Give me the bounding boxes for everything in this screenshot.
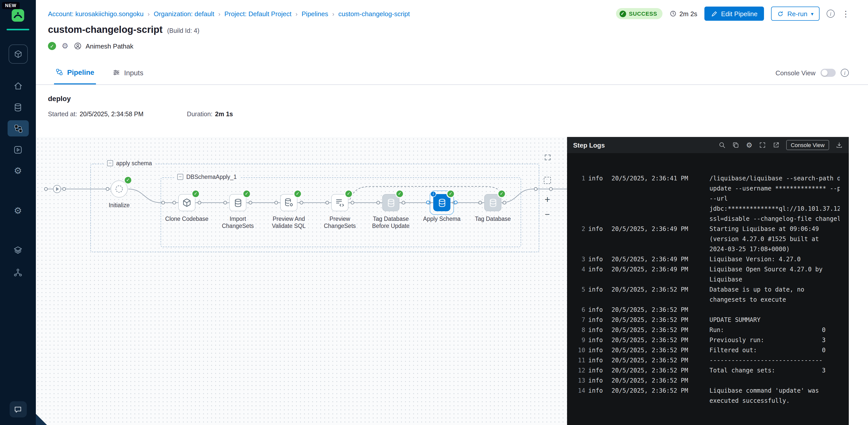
log-message: Liquibase Open Source 4.27.0 byLiquibase [709,264,840,284]
step-group-box[interactable]: − DBSchemaApply_1 [161,177,521,247]
breadcrumb-item[interactable]: custom-changelog-script [338,10,410,18]
zoom-out-button[interactable]: − [541,209,553,221]
sidebar-item-settings[interactable]: ⚙ [0,162,36,179]
status-badge: ✓ SUCCESS [616,8,662,19]
console-view-toggle[interactable] [820,69,836,77]
log-timestamp: 20/5/2025, 2:36:52 PM [612,386,709,396]
pipeline-node-apply-schema[interactable]: ✓iApply Schema [433,194,451,211]
chevron-down-icon: ▾ [811,11,813,17]
sidebar-item-executions[interactable] [0,141,36,158]
user-icon [74,42,82,50]
sidebar-item-home[interactable] [0,77,36,94]
search-icon[interactable] [719,142,726,148]
log-entry: 1info20/5/2025, 2:36:41 PM/liquibase/liq… [571,173,840,224]
top-actions: ✓ SUCCESS 2m 2s Edit Pipeline Re-run ▾ i… [616,6,850,21]
log-entry: 7info20/5/2025, 2:36:52 PMUPDATE SUMMARY [571,315,840,325]
node-label: Apply Schema [417,215,466,222]
breadcrumb-item[interactable]: Project: Default Project [224,10,291,18]
breadcrumb-item[interactable]: Pipelines [302,10,329,18]
build-id: (Build Id: 4) [167,27,199,34]
copy-icon[interactable] [733,142,740,148]
pencil-icon [711,10,717,17]
breadcrumb-item[interactable]: Organization: default [154,10,214,18]
author: Animesh Pathak [74,42,133,50]
marquee-select-button[interactable] [541,174,553,187]
elapsed-text: 2m 2s [679,10,697,18]
log-level: info [588,365,612,375]
pipeline-node-tag-database-before-update[interactable]: ✓Tag Database Before Update [382,194,399,211]
sidebar-item-connectors[interactable] [0,264,36,281]
log-settings-icon[interactable]: ⚙ [746,141,752,149]
breadcrumb-item[interactable]: Account: kurosakiichigo.songoku [48,10,144,18]
log-body[interactable]: 1info20/5/2025, 2:36:41 PM/liquibase/liq… [567,153,849,425]
log-timestamp: 20/5/2025, 2:36:52 PM [612,305,709,315]
collapse-icon[interactable]: − [177,174,183,180]
pipeline-node-initialize[interactable]: ✓Initialize [111,180,128,198]
sidebar-item-account-settings[interactable]: ⚙ [0,202,36,219]
sidebar-item-modules[interactable] [0,45,36,64]
node-handle-right[interactable] [454,201,458,204]
sidebar-item-help-chat[interactable] [0,401,36,418]
modules-icon [8,45,28,64]
sidebar-item-layers[interactable] [0,242,36,259]
pipelines-icon [13,123,23,133]
pipeline-node-preview-and-validate-sql[interactable]: ✓Preview And Validate SQL [280,194,298,211]
step-logs-header: Step Logs ⚙ Console View [567,137,849,153]
tab-inputs[interactable]: Inputs [111,61,145,84]
open-external-icon[interactable] [773,142,780,148]
node-label: Import ChangeSets [214,215,262,229]
console-view-button[interactable]: Console View [786,140,829,150]
pipeline-node-preview-changesets[interactable]: ✓Preview ChangeSets [331,194,348,211]
stage-start-node[interactable] [53,185,61,193]
log-message: Starting Liquibase at 09:06:49(version 4… [709,224,840,254]
initialize-icon [111,180,128,198]
rerun-button[interactable]: Re-run ▾ [771,6,819,21]
log-level: info [588,355,612,365]
tab-pipeline[interactable]: Pipeline [54,61,96,84]
info-badge-icon: i [430,191,436,197]
info-icon[interactable]: i [827,9,835,18]
collapse-icon[interactable]: − [107,160,113,166]
fullscreen-icon[interactable] [759,142,766,148]
console-view-info-icon[interactable]: i [841,69,849,77]
pipeline-node-clone-codebase[interactable]: ✓Clone Codebase [178,194,195,211]
sidebar-item-pipelines[interactable] [7,120,29,137]
refresh-icon [777,10,784,17]
duration-value: 2m 1s [215,111,233,118]
assistant-corner[interactable] [36,414,47,425]
sidebar: NEW ⚙ ⚙ [0,0,36,425]
marquee-icon [544,177,551,184]
harness-logo[interactable] [11,8,25,22]
app-root: NEW ⚙ ⚙ [0,0,868,425]
db-gear-icon [280,194,298,211]
node-handle-left[interactable] [426,201,430,204]
fit-to-screen-button[interactable] [541,151,553,163]
author-name: Animesh Pathak [86,42,133,50]
kebab-menu-icon[interactable]: ⋮ [842,9,850,19]
sidebar-item-data[interactable] [0,98,36,116]
duration-label: Duration: [187,111,212,118]
success-check-icon: ✓ [619,10,626,17]
pipeline-node-tag-database[interactable]: ✓Tag Database [484,194,501,211]
title-row: custom-changelog-script (Build Id: 4) [48,24,199,35]
success-check-icon: ✓ [345,191,352,197]
download-icon[interactable] [836,142,843,148]
log-entry: 13info20/5/2025, 2:36:52 PM [571,375,840,386]
log-value: 0 [822,325,826,335]
edit-pipeline-button[interactable]: Edit Pipeline [704,6,764,21]
log-message [709,375,840,386]
zoom-in-button[interactable]: + [541,194,553,206]
breadcrumb-separator: › [218,10,220,18]
log-level: info [588,325,612,335]
log-timestamp: 20/5/2025, 2:36:52 PM [612,284,709,294]
log-level: info [588,264,612,275]
pipeline-node-import-changesets[interactable]: ✓Import ChangeSets [229,194,246,211]
db-icon [484,194,501,211]
pipeline-canvas[interactable]: − apply schema − DBSchemaApply_1 ✓Initia… [36,137,567,425]
success-check-icon: ✓ [125,177,131,183]
pipeline-settings-icon[interactable]: ⚙ [62,41,68,51]
log-entry: 6info20/5/2025, 2:36:52 PM [571,305,840,315]
breadcrumb-separator: › [332,10,334,18]
log-line-number: 13 [571,375,588,386]
breadcrumb-separator: › [148,10,150,18]
